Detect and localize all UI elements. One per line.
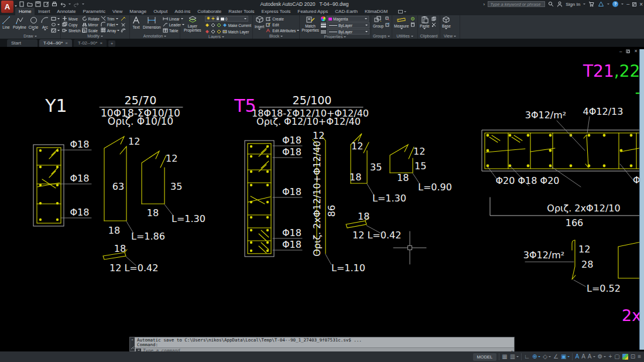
exchange-caret-icon[interactable] — [607, 4, 609, 5]
grid-display-toggle[interactable]: ▦ — [502, 353, 507, 360]
hatch-tool[interactable] — [51, 28, 60, 33]
panel-view-title[interactable]: View — [440, 33, 460, 39]
panel-groups-title[interactable]: Groups — [371, 33, 392, 39]
measure-button[interactable]: Measure — [393, 16, 409, 29]
app-store-cart-icon[interactable] — [588, 0, 595, 9]
array-button[interactable]: Array — [101, 28, 120, 33]
cut-clip-tool[interactable] — [431, 22, 436, 28]
ortho-mode-toggle[interactable]: ∟ — [524, 353, 530, 360]
text-button[interactable]: Text — [131, 16, 141, 29]
file-tab-t04[interactable]: T-04--90*× — [39, 39, 72, 47]
edit-block-button[interactable]: Edit — [266, 22, 299, 28]
command-wrench-icon[interactable] — [131, 346, 134, 350]
linetype-control[interactable]: ByLayer — [321, 29, 369, 35]
lineweight-control[interactable]: ByLayer — [321, 22, 369, 28]
drawing-canvas[interactable]: Y1 25/70 10Φ18-ΣΦ10/10 Οριζ. Φ10/10 — [0, 47, 644, 351]
app-menu-caret-icon[interactable] — [15, 5, 17, 7]
rectangle-tool[interactable] — [51, 16, 60, 22]
new-drawing-tab-button[interactable]: + — [108, 40, 115, 47]
graphics-performance-button[interactable] — [622, 354, 628, 360]
search-icon[interactable] — [548, 0, 554, 9]
dimension-button[interactable]: Dimension — [142, 16, 162, 29]
restore-button[interactable] — [632, 2, 636, 6]
arc-button[interactable]: Arc — [40, 16, 50, 30]
help-caret-icon[interactable] — [621, 4, 624, 5]
group-button[interactable]: Group — [372, 16, 384, 28]
panel-layers-title[interactable]: Layers — [180, 35, 252, 39]
tab-express-tools[interactable]: Express Tools — [258, 8, 294, 15]
tab-addins[interactable]: Add-ins — [171, 8, 194, 15]
search-input[interactable] — [488, 1, 545, 7]
create-block-button[interactable]: Create — [266, 16, 299, 22]
polyline-button[interactable]: Polyline — [12, 16, 27, 29]
tab-output[interactable]: Output — [150, 8, 171, 15]
annotation-autoscale-toggle[interactable]: A — [581, 353, 585, 360]
search-expand-icon[interactable]: › — [484, 2, 485, 7]
dwg-close-icon[interactable]: × — [634, 48, 637, 54]
erase-tool[interactable] — [121, 16, 126, 22]
ellipse-tool[interactable] — [51, 22, 60, 28]
annotation-scale-button[interactable]: A — [588, 353, 595, 360]
sign-in-label[interactable]: Sign In — [566, 2, 580, 7]
copy-clip-tool[interactable] — [431, 16, 436, 22]
linetype-select[interactable]: ByLayer — [327, 29, 369, 35]
line-button[interactable]: Line — [1, 16, 11, 29]
help-icon[interactable]: ? — [612, 1, 618, 7]
clean-screen-button[interactable]: ⊡ — [631, 353, 635, 360]
customization-button[interactable]: ≡ — [638, 353, 641, 360]
object-snap-toggle[interactable]: ▣ — [561, 353, 570, 360]
tab-ktimadgm[interactable]: KtimaDGM — [361, 8, 391, 15]
autodesk-exchange-icon[interactable] — [598, 0, 604, 9]
tab-featured-apps[interactable]: Featured Apps — [294, 8, 331, 15]
layer-properties-button[interactable]: Layer Properties — [181, 16, 204, 32]
tab-raster-tools[interactable]: Raster Tools — [225, 8, 258, 15]
signin-caret-icon[interactable] — [583, 4, 585, 5]
app-logo[interactable]: A — [1, 1, 13, 13]
tab-view[interactable]: View — [109, 8, 126, 15]
id-point-tool[interactable] — [410, 16, 415, 22]
move-button[interactable]: Move — [62, 16, 81, 22]
fillet-button[interactable]: Fillet — [101, 22, 120, 28]
panel-block-title[interactable]: Block — [253, 33, 299, 39]
rotate-button[interactable]: Rotate — [82, 16, 100, 22]
annotation-visibility-toggle[interactable]: A — [575, 353, 579, 360]
annotation-monitor-button[interactable]: + — [608, 353, 612, 360]
close-button[interactable]: × — [639, 2, 643, 7]
open-file-icon[interactable] — [27, 1, 33, 7]
save-icon[interactable] — [35, 1, 41, 7]
match-layer-button[interactable]: Match Layer — [205, 29, 251, 35]
scale-button[interactable]: Scale — [82, 28, 100, 33]
file-tab-start[interactable]: Start — [7, 39, 37, 47]
group-edit-tool[interactable] — [385, 22, 390, 28]
undo-icon[interactable] — [60, 1, 66, 7]
offset-tool[interactable] — [121, 28, 126, 33]
trim-button[interactable]: Trim — [101, 16, 120, 22]
isolate-objects-button[interactable]: ▢ — [614, 353, 619, 360]
panel-modify-title[interactable]: Modify — [61, 33, 129, 39]
snap-mode-toggle[interactable]: ▥ — [510, 353, 519, 360]
copy-button[interactable]: Copy — [62, 22, 81, 28]
ungroup-tool[interactable] — [385, 16, 390, 22]
explode-tool[interactable] — [121, 22, 126, 28]
model-space-button[interactable]: MODEL — [473, 353, 497, 361]
tab-cad-earth[interactable]: CAD-Earth — [331, 8, 361, 15]
insert-button[interactable]: Insert — [254, 16, 265, 30]
tab-annotate[interactable]: Annotate — [53, 8, 79, 15]
panel-properties-title[interactable]: Properties — [300, 35, 371, 39]
object-snap-tracking-toggle[interactable]: ∠ — [553, 353, 559, 360]
new-file-icon[interactable] — [19, 1, 25, 7]
command-window[interactable]: × Automatic save to C:\Users\nikos\AppDa… — [129, 337, 515, 351]
color-select[interactable]: Magenta — [327, 16, 369, 22]
tab-insert[interactable]: Insert — [35, 8, 53, 15]
layer-select[interactable]: 0 — [205, 16, 248, 22]
tab-collaborate[interactable]: Collaborate — [194, 8, 225, 15]
t02-close-icon[interactable]: × — [100, 41, 102, 46]
quick-calc-tool[interactable] — [410, 22, 415, 28]
panel-draw-title[interactable]: Draw — [0, 33, 60, 39]
command-close-icon[interactable]: × — [131, 338, 133, 341]
lineweight-select[interactable]: ByLayer — [327, 22, 369, 28]
edit-attributes-button[interactable]: Edit Attributes — [266, 28, 299, 33]
panel-annotation-title[interactable]: Annotation — [130, 33, 180, 39]
base-button[interactable]: Base — [441, 16, 451, 29]
panel-utilities-title[interactable]: Utilities — [392, 33, 417, 39]
